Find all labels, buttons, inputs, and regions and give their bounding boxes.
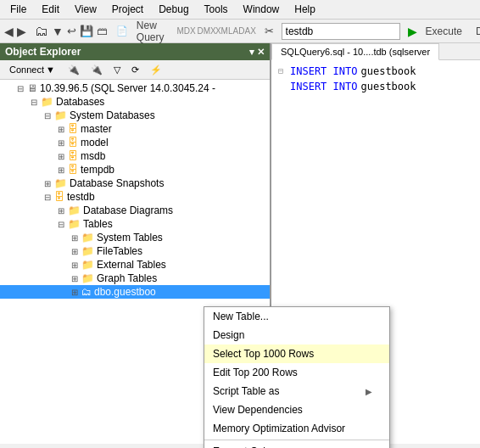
- oe-search-icon[interactable]: ⚡: [146, 63, 166, 77]
- expand-databases[interactable]: ⊟: [27, 98, 41, 107]
- query-icon[interactable]: 📄: [115, 22, 129, 41]
- xmla-icon[interactable]: XMLA: [218, 22, 237, 41]
- database-input[interactable]: [282, 23, 400, 40]
- menu-help[interactable]: Help: [287, 2, 322, 17]
- server-label: 10.39.96.5 (SQL Server 14.0.3045.24 -: [40, 82, 215, 94]
- oe-filter-icon[interactable]: 🔌: [64, 63, 84, 77]
- tree-item-external-tables[interactable]: ⊞ 📁 External Tables: [0, 258, 270, 272]
- expand-dbo-guestbook[interactable]: ⊞: [68, 288, 81, 297]
- sql-tab-query6[interactable]: SQLQuery6.sql - 10....tdb (sqlserver: [271, 43, 439, 60]
- databases-folder-icon: 📁: [41, 96, 53, 108]
- testdb-label: testdb: [67, 191, 95, 203]
- expand-msdb[interactable]: ⊞: [54, 152, 68, 161]
- expand-db-snapshots[interactable]: ⊞: [41, 179, 54, 188]
- tree-item-master[interactable]: ⊞ 🗄 master: [0, 122, 270, 136]
- menu-file[interactable]: File: [3, 2, 33, 17]
- testdb-icon: 🗄: [54, 191, 64, 203]
- ctx-view-dependencies[interactable]: View Dependencies: [204, 400, 389, 419]
- sql-gutter-2: [278, 79, 287, 94]
- execute-play-icon[interactable]: ▶: [407, 22, 418, 41]
- tree-item-server[interactable]: ⊟ 🖥 10.39.96.5 (SQL Server 14.0.3045.24 …: [0, 81, 270, 95]
- ctx-edit-top-200[interactable]: Edit Top 200 Rows: [204, 363, 389, 382]
- expand-system-dbs[interactable]: ⊟: [41, 111, 54, 120]
- file-tables-icon: 📁: [81, 245, 94, 257]
- object-explorer-panel: Object Explorer ▾ ✕ Connect ▼ 🔌 🔌 ▽ ⟳ ⚡ …: [0, 43, 271, 444]
- ctx-script-table-as[interactable]: Script Table as ▶: [204, 382, 389, 400]
- graph-tables-label: Graph Tables: [97, 272, 157, 284]
- oe-disconnect-icon[interactable]: 🔌: [87, 63, 107, 77]
- ctx-select-top-1000-label: Select Top 1000 Rows: [213, 348, 314, 360]
- new-query-button[interactable]: New Query: [131, 22, 170, 41]
- expand-external-tables[interactable]: ⊞: [68, 260, 81, 270]
- save-all-icon[interactable]: 🗃: [96, 22, 109, 41]
- tree-item-db-snapshots[interactable]: ⊞ 📁 Database Snapshots: [0, 176, 270, 190]
- expand-system-tables[interactable]: ⊞: [68, 233, 81, 243]
- external-tables-icon: 📁: [81, 259, 94, 271]
- tree-item-msdb[interactable]: ⊞ 🗄 msdb: [0, 149, 270, 163]
- tree-item-graph-tables[interactable]: ⊞ 📁 Graph Tables: [0, 272, 270, 285]
- external-tables-label: External Tables: [97, 259, 166, 271]
- scissors-icon[interactable]: ✂: [264, 22, 275, 41]
- ctx-encrypt-columns[interactable]: Encrypt Columns...: [204, 442, 389, 448]
- table-icon: 🗂: [81, 286, 92, 298]
- msdb-label: msdb: [81, 150, 105, 162]
- tree-item-model[interactable]: ⊞ 🗄 model: [0, 136, 270, 149]
- menu-window[interactable]: Window: [237, 2, 287, 17]
- master-db-icon: 🗄: [68, 123, 78, 135]
- menu-tools[interactable]: Tools: [198, 2, 235, 17]
- expand-testdb[interactable]: ⊟: [41, 193, 54, 202]
- execute-button[interactable]: Execute: [420, 22, 468, 41]
- sql-text-1: guestbook: [360, 64, 416, 79]
- tree-item-file-tables[interactable]: ⊞ 📁 FileTables: [0, 244, 270, 258]
- tree-item-tempdb[interactable]: ⊞ 🗄 tempdb: [0, 163, 270, 176]
- connect-label: Connect: [9, 64, 44, 75]
- dax-icon[interactable]: DAX: [238, 22, 257, 41]
- dmx-icon[interactable]: DMX: [198, 22, 216, 41]
- debug-button[interactable]: Debug: [470, 22, 480, 41]
- menu-view[interactable]: View: [68, 2, 103, 17]
- expand-file-tables[interactable]: ⊞: [68, 247, 81, 256]
- oe-refresh-icon[interactable]: ⟳: [127, 63, 143, 77]
- expand-master[interactable]: ⊞: [54, 125, 68, 134]
- oe-toolbar: Connect ▼ 🔌 🔌 ▽ ⟳ ⚡: [0, 60, 270, 80]
- tree-item-dbo-guestbook[interactable]: ⊞ 🗂 dbo.guestboo: [0, 285, 270, 299]
- tree-item-system-dbs[interactable]: ⊟ 📁 System Databases: [0, 109, 270, 122]
- nav-icon-3[interactable]: ↩: [66, 22, 77, 41]
- menu-debug[interactable]: Debug: [152, 2, 195, 17]
- back-button[interactable]: ◀: [3, 22, 14, 41]
- expand-server[interactable]: ⊟: [14, 84, 27, 93]
- context-menu: New Table... Design Select Top 1000 Rows…: [204, 306, 390, 448]
- oe-pin-icon[interactable]: ▾ ✕: [249, 47, 265, 58]
- save-icon[interactable]: 💾: [79, 22, 94, 41]
- expand-tables[interactable]: ⊟: [54, 220, 68, 229]
- db-diagrams-icon: 📁: [68, 204, 81, 216]
- menu-project[interactable]: Project: [105, 2, 150, 17]
- mdx-icon[interactable]: MDX: [177, 22, 196, 41]
- sql-tab-label: SQLQuery6.sql - 10....tdb (sqlserver: [281, 47, 430, 57]
- msdb-db-icon: 🗄: [68, 150, 78, 162]
- ctx-select-top-1000[interactable]: Select Top 1000 Rows: [204, 344, 389, 363]
- nav-icon-2[interactable]: ▼: [51, 22, 64, 41]
- tree-item-tables[interactable]: ⊟ 📁 Tables: [0, 217, 270, 231]
- expand-graph-tables[interactable]: ⊞: [68, 274, 81, 283]
- tree-item-databases[interactable]: ⊟ 📁 Databases: [0, 95, 270, 109]
- tree-item-system-tables[interactable]: ⊞ 📁 System Tables: [0, 231, 270, 244]
- ctx-script-table-as-label: Script Table as: [213, 385, 280, 397]
- connect-button[interactable]: Connect ▼: [3, 62, 61, 77]
- expand-tempdb[interactable]: ⊞: [54, 165, 68, 175]
- sql-line-1: ⊟ INSERT INTO guestbook: [278, 64, 473, 79]
- nav-icon-1[interactable]: 🗂: [34, 22, 49, 41]
- ctx-new-table[interactable]: New Table...: [204, 307, 389, 326]
- expand-model[interactable]: ⊞: [54, 138, 68, 148]
- tree-item-db-diagrams[interactable]: ⊞ 📁 Database Diagrams: [0, 204, 270, 217]
- ctx-view-dependencies-label: View Dependencies: [213, 404, 303, 416]
- oe-funnel-icon[interactable]: ▽: [109, 63, 125, 77]
- oe-header-icons: ▾ ✕: [249, 47, 265, 58]
- sql-keyword-1: INSERT INTO: [290, 64, 357, 79]
- expand-db-diagrams[interactable]: ⊞: [54, 206, 68, 216]
- ctx-memory-optimization[interactable]: Memory Optimization Advisor: [204, 419, 389, 438]
- fwd-button[interactable]: ▶: [16, 22, 27, 41]
- ctx-design[interactable]: Design: [204, 326, 389, 344]
- menu-edit[interactable]: Edit: [35, 2, 66, 17]
- tree-item-testdb[interactable]: ⊟ 🗄 testdb: [0, 190, 270, 204]
